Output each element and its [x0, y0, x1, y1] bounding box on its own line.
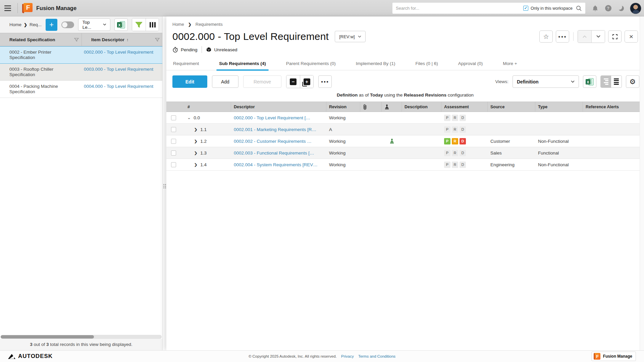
- vertical-scrollbar[interactable]: [640, 16, 644, 350]
- saved-view-dropdown[interactable]: Top Le...: [78, 18, 111, 31]
- workspace-only-checkbox[interactable]: ✓ Only in this workspace: [523, 6, 573, 11]
- related-spec-row[interactable]: 0002 - Ember Printer Specification0002.0…: [0, 46, 162, 64]
- chevron-right-icon[interactable]: ❯: [194, 139, 198, 143]
- descriptor-link[interactable]: 0002.001 - Marketing Requirements [R…: [234, 127, 316, 132]
- assessment-badge-r[interactable]: R: [452, 126, 458, 133]
- column-type[interactable]: Type: [535, 102, 583, 112]
- assessment-badge-r[interactable]: R: [452, 150, 458, 156]
- assessment-badge-p[interactable]: P: [444, 138, 450, 144]
- remove-button[interactable]: Remove: [243, 75, 281, 88]
- outline-view-icon[interactable]: [601, 76, 611, 87]
- column-reference-alerts[interactable]: Reference Alerts: [583, 102, 644, 112]
- assessment-badge-r[interactable]: R: [452, 162, 458, 168]
- terms-link[interactable]: Terms and Conditions: [358, 354, 395, 358]
- horizontal-scrollbar[interactable]: [1, 335, 162, 339]
- list-toggle-switch[interactable]: [61, 21, 74, 28]
- row-checkbox[interactable]: [171, 162, 176, 167]
- user-avatar[interactable]: [630, 3, 641, 14]
- grid-settings-button[interactable]: ⚙: [626, 75, 639, 88]
- chevron-right-icon[interactable]: ❯: [194, 151, 198, 155]
- column-header-item-descriptor[interactable]: Item Descriptor ↑: [82, 33, 162, 46]
- column-approval-stamp[interactable]: [382, 102, 402, 112]
- add-button[interactable]: Add: [212, 75, 238, 88]
- descriptor-link[interactable]: 0002.004 - System Requirements [REV…: [234, 162, 318, 167]
- grid-more-actions-button[interactable]: ●●●: [318, 75, 332, 88]
- expand-all-icon[interactable]: +: [300, 75, 313, 88]
- column-description[interactable]: Description: [402, 102, 441, 112]
- tab-files-0-6[interactable]: Files (0 | 6): [415, 58, 438, 70]
- search-input[interactable]: [396, 6, 523, 11]
- column-header-related-specification[interactable]: Related Specification: [0, 33, 82, 46]
- column-number[interactable]: #: [185, 102, 231, 112]
- descriptor-link[interactable]: 0002.000 - Top Level Requirement […: [234, 115, 310, 120]
- more-actions-button[interactable]: ●●●: [556, 31, 569, 43]
- next-item-button[interactable]: [591, 31, 605, 43]
- row-checkbox[interactable]: [171, 150, 176, 156]
- view-definition-dropdown[interactable]: Definition: [513, 75, 579, 88]
- resize-grip-icon[interactable]: [163, 184, 166, 188]
- help-icon[interactable]: ?: [604, 4, 612, 13]
- assessment-badge-d[interactable]: D: [460, 138, 466, 144]
- excel-export-button[interactable]: X: [583, 75, 596, 88]
- fullscreen-button[interactable]: [608, 31, 622, 43]
- breadcrumb-home-link[interactable]: Home: [172, 22, 184, 27]
- breadcrumb-requirements-link[interactable]: Requirements: [196, 22, 223, 27]
- sub-requirement-row[interactable]: ❯1.40002.004 - System Requirements [REV……: [166, 159, 644, 171]
- breadcrumb-home-link[interactable]: Home: [9, 22, 21, 27]
- theme-toggle-icon[interactable]: [617, 4, 626, 13]
- column-revision[interactable]: Revision: [326, 102, 360, 112]
- sub-requirement-row[interactable]: ❯1.10002.001 - Marketing Requirements [R…: [166, 124, 644, 135]
- sub-requirement-row[interactable]: ❯1.20002.002 - Customer Requirements …Wo…: [166, 135, 644, 147]
- item-descriptor-link[interactable]: 0002.000 - Top Level Requirement: [84, 50, 153, 55]
- sub-requirement-row[interactable]: ❯1.30002.003 - Functional Requirements […: [166, 147, 644, 159]
- privacy-link[interactable]: Privacy: [341, 354, 354, 358]
- assessment-badge-d[interactable]: D: [460, 126, 466, 133]
- filter-icon[interactable]: [132, 18, 146, 31]
- add-record-button[interactable]: +: [46, 19, 57, 31]
- assessment-badge-p[interactable]: P: [444, 150, 450, 156]
- tab-implemented-by-1[interactable]: Implemented By (1): [355, 58, 396, 70]
- search-icon[interactable]: [576, 5, 582, 11]
- column-assessment[interactable]: Assessment: [441, 102, 488, 112]
- bookmark-star-button[interactable]: ☆: [539, 31, 553, 43]
- descriptor-link[interactable]: 0002.002 - Customer Requirements …: [234, 139, 312, 144]
- assessment-badge-r[interactable]: R: [452, 138, 458, 144]
- panel-resize-divider[interactable]: [162, 16, 166, 350]
- column-chooser-icon[interactable]: [146, 18, 159, 31]
- row-checkbox[interactable]: [171, 139, 176, 144]
- related-spec-row[interactable]: 0003 - Rooftop Chiller Specification0003…: [0, 64, 162, 81]
- excel-export-button[interactable]: X: [114, 18, 128, 31]
- assessment-badge-p[interactable]: P: [444, 126, 450, 133]
- assessment-badge-p[interactable]: P: [444, 115, 450, 121]
- close-button[interactable]: ×: [625, 31, 638, 43]
- collapse-all-icon[interactable]: −: [286, 75, 300, 88]
- tab-approval-0[interactable]: Approval (0): [458, 58, 484, 70]
- edit-button[interactable]: Edit: [172, 75, 207, 88]
- chevron-down-icon[interactable]: ⌄: [187, 116, 191, 120]
- descriptor-link[interactable]: 0002.003 - Functional Requirements […: [234, 150, 314, 156]
- chevron-right-icon[interactable]: ❯: [194, 127, 198, 132]
- column-attachments[interactable]: [360, 102, 382, 112]
- item-descriptor-link[interactable]: 0004.000 - Top Level Requirement: [84, 84, 153, 89]
- related-spec-row[interactable]: 0004 - Packing Machine Specification0004…: [0, 81, 162, 98]
- revision-dropdown[interactable]: [REV:w]: [335, 31, 365, 42]
- column-source[interactable]: Source: [488, 102, 535, 112]
- sub-requirement-row[interactable]: ⌄0.00002.000 - Top Level Requirement […W…: [166, 112, 644, 124]
- checkbox-checked-icon[interactable]: ✓: [523, 6, 528, 11]
- list-view-icon[interactable]: [611, 76, 622, 87]
- assessment-badge-d[interactable]: D: [460, 150, 466, 156]
- menu-icon[interactable]: [0, 0, 15, 16]
- scrollbar-thumb[interactable]: [1, 335, 94, 339]
- assessment-badge-d[interactable]: D: [460, 115, 466, 121]
- row-checkbox[interactable]: [171, 115, 176, 120]
- assessment-badge-d[interactable]: D: [460, 162, 466, 168]
- assessment-badge-r[interactable]: R: [452, 115, 458, 121]
- row-checkbox[interactable]: [171, 127, 176, 132]
- tab-parent-requirements-0[interactable]: Parent Requirements (0): [285, 58, 336, 70]
- column-descriptor[interactable]: Descriptor: [231, 102, 326, 112]
- notifications-icon[interactable]: [591, 4, 599, 13]
- previous-item-button[interactable]: [578, 31, 591, 43]
- tab-more[interactable]: More +: [502, 58, 518, 70]
- chevron-right-icon[interactable]: ❯: [194, 163, 198, 167]
- item-descriptor-link[interactable]: 0003.000 - Top Level Requirement: [84, 67, 153, 72]
